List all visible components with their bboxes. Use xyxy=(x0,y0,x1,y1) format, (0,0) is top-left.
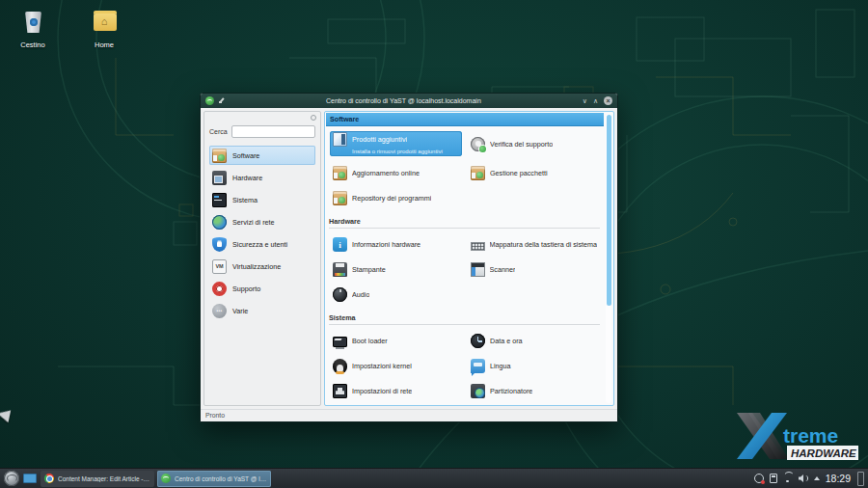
show-desktop-button[interactable] xyxy=(857,472,864,486)
minimize-button[interactable]: ∨ xyxy=(583,97,587,104)
pin-icon[interactable] xyxy=(218,97,225,104)
maximize-button[interactable]: ∧ xyxy=(593,97,598,104)
lingua-icon xyxy=(471,359,485,373)
module-boot-loader[interactable]: Boot loader xyxy=(330,333,462,349)
pkg-icon xyxy=(212,149,227,163)
sidebar-item-hardware[interactable]: Hardware xyxy=(209,168,315,187)
sidebar-item-label: Supporto xyxy=(232,285,260,293)
module-label: Gestione pacchetti xyxy=(490,169,548,177)
module-repository-dei-programmi[interactable]: Repository dei programmi xyxy=(330,190,462,206)
module-label: Data e ora xyxy=(490,337,523,345)
module-label: Audio xyxy=(352,290,369,299)
module-aggiornamento-online[interactable]: Aggiornamento online xyxy=(330,165,462,181)
hardware-icon xyxy=(212,171,227,185)
close-button[interactable]: × xyxy=(604,96,612,105)
window-titlebar[interactable]: Centro di controllo di YaST @ localhost.… xyxy=(201,94,617,108)
keyboard-icon xyxy=(471,242,485,251)
taskbar-task-content-manager-edi[interactable]: Content Manager: Edit Article - Xtr... xyxy=(41,471,154,487)
desktop-icon-label: Cestino xyxy=(20,41,44,49)
status-bar: Pronto xyxy=(201,409,617,421)
module-prodotti-aggiuntivi[interactable]: Prodotti aggiuntiviInstalla o rimuovi pr… xyxy=(330,131,462,156)
gear-icon[interactable] xyxy=(311,115,316,121)
module-label: Partizionatore xyxy=(490,387,532,395)
tux-icon xyxy=(333,359,347,373)
module-scanner[interactable]: Scanner xyxy=(468,261,600,278)
app-launcher-icon[interactable] xyxy=(4,471,19,486)
home-folder-icon xyxy=(90,8,119,37)
audio-icon xyxy=(333,287,347,302)
device-notifier-icon[interactable] xyxy=(770,474,777,483)
taskbar-task-label: Content Manager: Edit Article - Xtr... xyxy=(58,475,150,482)
module-stampante[interactable]: Stampante xyxy=(330,261,462,278)
clock: 18:29 xyxy=(826,473,851,484)
info-icon xyxy=(333,237,347,252)
pkg-icon xyxy=(471,166,485,180)
module-verifica-del-supporto[interactable]: Verifica del supporto xyxy=(468,131,600,156)
module-label: Verifica del supporto xyxy=(490,140,553,149)
section-header-hardware: Hardware xyxy=(329,217,600,229)
sidebar-item-virtualizzazione[interactable]: Virtualizzazione xyxy=(209,257,315,276)
module-label: Stampante xyxy=(352,265,386,274)
desktop: CestinoHome Centro di controllo di YaST … xyxy=(0,0,868,488)
sidebar-item-varie[interactable]: Varie xyxy=(209,301,315,320)
desktop-icon-area: CestinoHome xyxy=(8,8,129,49)
prodotti-icon xyxy=(333,132,347,147)
sidebar-item-software[interactable]: Software xyxy=(209,146,315,165)
network-wifi-icon[interactable] xyxy=(783,474,793,483)
module-informazioni-hardware[interactable]: Informazioni hardware xyxy=(330,236,462,253)
desktop-icon-home[interactable]: Home xyxy=(79,8,129,49)
module-lingua[interactable]: Lingua xyxy=(468,358,600,374)
update-notifier-icon[interactable] xyxy=(754,474,764,483)
module-label: Repository dei programmi xyxy=(352,194,431,203)
trash-icon xyxy=(18,8,47,37)
sidebar-item-label: Sistema xyxy=(232,196,258,204)
taskbar-task-centro-di-controllo[interactable]: Centro di controllo di YaST @ local... xyxy=(157,471,271,487)
module-data-e-ora[interactable]: Data e ora xyxy=(468,333,600,349)
module-impostazioni-kernel[interactable]: Impostazioni kernel xyxy=(330,358,462,374)
svg-text:HARDWARE: HARDWARE xyxy=(791,447,856,459)
module-gestione-pacchetti[interactable]: Gestione pacchetti xyxy=(468,165,600,181)
pkg-icon xyxy=(333,166,347,180)
module-partizionatore[interactable]: Partizionatore xyxy=(468,383,600,399)
module-label: Impostazioni kernel xyxy=(352,362,412,370)
scrollbar[interactable] xyxy=(606,114,611,403)
yast-window-icon xyxy=(205,96,214,105)
search-input[interactable] xyxy=(231,125,315,138)
partition-icon xyxy=(471,384,485,398)
module-impostazioni-di-rete[interactable]: Impostazioni di rete xyxy=(330,383,462,399)
module-audio[interactable]: Audio xyxy=(330,286,462,303)
search-label: Cerca xyxy=(209,128,228,135)
module-label: Informazioni hardware xyxy=(352,240,420,249)
sidebar-item-label: Virtualizzazione xyxy=(232,262,281,271)
mouse-cursor xyxy=(0,408,11,422)
dots-icon xyxy=(212,304,227,318)
clock-icon xyxy=(471,334,485,348)
terminal-icon xyxy=(212,193,227,207)
taskbar-task-label: Centro di controllo di YaST @ local... xyxy=(175,475,267,482)
desktop-icon-cestino[interactable]: Cestino xyxy=(8,8,58,49)
sidebar-item-servizi-di-rete[interactable]: Servizi di rete xyxy=(209,212,315,231)
sidebar-item-supporto[interactable]: Supporto xyxy=(209,279,315,298)
xtreme-hardware-logo: treme HARDWARE xyxy=(735,411,862,465)
vm-icon xyxy=(212,259,227,274)
svg-text:treme: treme xyxy=(783,424,838,447)
yast-icon xyxy=(161,474,171,483)
chrome-icon xyxy=(44,474,54,483)
module-grid-hardware: Informazioni hardwareMappatura della tas… xyxy=(326,231,604,307)
sidebar-item-sicurezza-e-utenti[interactable]: Sicurezza e utenti xyxy=(209,234,315,254)
scrollbar-thumb[interactable] xyxy=(607,115,611,306)
module-label: Boot loader xyxy=(352,337,388,345)
pkg-icon xyxy=(333,191,347,205)
sidebar-item-label: Sicurezza e utenti xyxy=(232,240,287,249)
module-label: Aggiornamento online xyxy=(352,169,420,177)
tray-expand-icon[interactable] xyxy=(814,476,820,480)
module-subtitle: Installa o rimuovi prodotti aggiuntivi xyxy=(352,149,459,154)
verifica-icon xyxy=(471,137,485,151)
section-header-sistema: Sistema xyxy=(329,313,600,325)
sidebar-item-sistema[interactable]: Sistema xyxy=(209,190,315,209)
virtual-desktop-pager[interactable] xyxy=(23,474,37,483)
scanner-icon xyxy=(471,262,485,277)
shield-icon xyxy=(212,237,227,252)
volume-icon[interactable] xyxy=(799,474,808,483)
module-mappatura-della-tastiera-di-sistema[interactable]: Mappatura della tastiera di sistema xyxy=(468,236,600,253)
